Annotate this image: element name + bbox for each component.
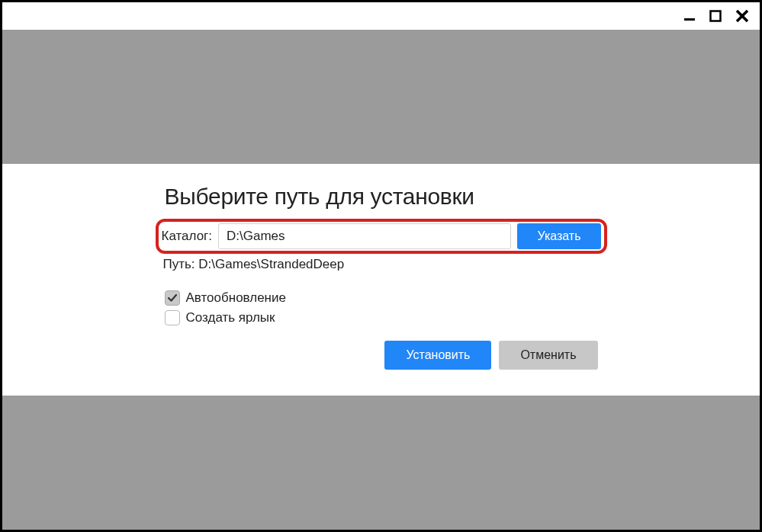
auto-update-label: Автообновление: [186, 290, 286, 306]
window-frame: Выберите путь для установки Каталог: Ука…: [0, 0, 762, 532]
auto-update-checkbox[interactable]: [165, 290, 180, 306]
cancel-button[interactable]: Отменить: [499, 341, 597, 370]
action-row: Установить Отменить: [165, 341, 598, 370]
maximize-icon[interactable]: [709, 10, 722, 22]
catalog-label: Каталог:: [162, 229, 213, 244]
full-path-row: Путь: D:\Games\StrandedDeep: [163, 257, 598, 272]
minimize-icon[interactable]: [683, 10, 696, 22]
catalog-input[interactable]: [218, 223, 511, 249]
path-label: Путь:: [163, 257, 195, 271]
create-shortcut-label: Создать ярлык: [186, 310, 275, 325]
titlebar: [2, 2, 760, 30]
content-area: Выберите путь для установки Каталог: Ука…: [2, 30, 760, 530]
create-shortcut-checkbox[interactable]: [165, 310, 180, 325]
browse-button[interactable]: Указать: [517, 223, 600, 249]
svg-rect-1: [711, 11, 721, 21]
auto-update-row: Автообновление: [165, 290, 598, 306]
catalog-section: Каталог: Указать: [157, 220, 606, 252]
svg-rect-0: [684, 18, 695, 21]
create-shortcut-row: Создать ярлык: [165, 310, 598, 325]
installer-panel: Выберите путь для установки Каталог: Ука…: [2, 164, 760, 396]
close-icon[interactable]: [735, 9, 749, 23]
dialog-heading: Выберите путь для установки: [165, 184, 598, 210]
path-value: D:\Games\StrandedDeep: [198, 257, 344, 271]
install-button[interactable]: Установить: [384, 341, 491, 370]
